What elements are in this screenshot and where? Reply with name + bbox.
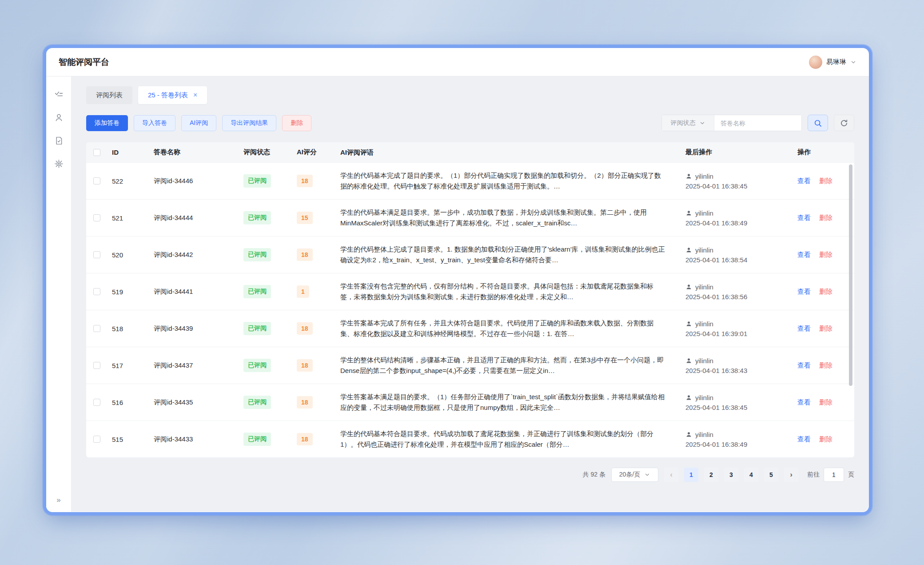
delete-link[interactable]: 删除 xyxy=(819,177,832,185)
row-last-operation: yilinlin 2025-04-01 16:38:56 xyxy=(685,283,797,301)
view-link[interactable]: 查看 xyxy=(797,325,811,333)
table-header: ID 答卷名称 评阅状态 AI评分 AI评阅评语 最后操作 操作 xyxy=(86,142,854,162)
person-icon xyxy=(685,247,692,253)
view-link[interactable]: 查看 xyxy=(797,398,811,407)
main-content: 评阅列表 25 - 答卷列表 × 添加答卷 导入答卷 AI评阅 导出评阅结果 删… xyxy=(72,76,869,512)
sidebar-item-papers[interactable] xyxy=(54,136,64,145)
row-checkbox[interactable] xyxy=(93,214,100,221)
row-timestamp: 2025-04-01 16:38:45 xyxy=(685,404,793,411)
table-row: 515 评阅id-34433 已评阅 18 学生的代码基本符合题目要求。代码成功… xyxy=(86,421,854,457)
view-link[interactable]: 查看 xyxy=(797,435,811,444)
view-link[interactable]: 查看 xyxy=(797,251,811,259)
row-checkbox[interactable] xyxy=(93,325,100,332)
delete-link[interactable]: 删除 xyxy=(819,361,832,370)
goto-unit: 页 xyxy=(848,471,854,479)
table-row: 520 评阅id-34442 已评阅 18 学生的代码整体上完成了题目要求。1.… xyxy=(86,236,854,273)
row-checkbox[interactable] xyxy=(93,362,100,369)
table-scrollbar[interactable] xyxy=(849,164,852,386)
status-badge: 已评阅 xyxy=(243,396,271,409)
score-badge: 15 xyxy=(297,212,313,224)
table-row: 521 评阅id-34444 已评阅 15 学生的代码基本满足题目要求。第一步中… xyxy=(86,199,854,236)
window-header: 智能评阅平台 易琳琳 xyxy=(46,48,869,76)
select-all-checkbox[interactable] xyxy=(93,149,100,156)
delete-link[interactable]: 删除 xyxy=(819,398,832,407)
row-checkbox[interactable] xyxy=(93,436,100,443)
row-operator: yilinlin xyxy=(695,172,713,180)
row-operator: yilinlin xyxy=(695,431,713,438)
chevron-down-icon xyxy=(699,120,705,126)
person-icon xyxy=(685,357,692,364)
row-id: 522 xyxy=(112,177,154,185)
row-name: 评阅id-34444 xyxy=(154,214,243,222)
sidebar-item-settings[interactable] xyxy=(54,159,64,168)
row-checkbox-cell xyxy=(86,399,112,406)
delete-link[interactable]: 删除 xyxy=(819,288,832,296)
column-header-lastop: 最后操作 xyxy=(685,148,797,156)
row-score-cell: 18 xyxy=(297,175,340,187)
row-status-cell: 已评阅 xyxy=(243,248,297,261)
ai-review-button[interactable]: AI评阅 xyxy=(181,115,216,131)
row-timestamp: 2025-04-01 16:38:43 xyxy=(685,367,793,374)
row-status-cell: 已评阅 xyxy=(243,174,297,188)
view-link[interactable]: 查看 xyxy=(797,177,811,185)
page-size-select[interactable]: 20条/页 xyxy=(611,468,658,482)
table-row: 519 评阅id-34441 已评阅 1 学生答案没有包含完整的代码，仅有部分结… xyxy=(86,273,854,310)
row-operator: yilinlin xyxy=(695,246,713,254)
row-actions: 查看 删除 xyxy=(797,177,854,185)
row-comment: 学生的整体代码结构清晰，步骤基本正确，并且适用了正确的库和方法。然而，在第3步中… xyxy=(340,355,685,376)
row-actions: 查看 删除 xyxy=(797,325,854,333)
row-comment: 学生的代码整体上完成了题目要求。1. 数据集的加载和划分正确使用了'sklear… xyxy=(340,244,685,265)
page-button-1[interactable]: 1 xyxy=(684,468,698,482)
status-badge: 已评阅 xyxy=(243,285,271,298)
page-button-5[interactable]: 5 xyxy=(764,468,778,482)
close-icon[interactable]: × xyxy=(193,92,197,99)
add-answer-button[interactable]: 添加答卷 xyxy=(86,115,128,131)
delete-button[interactable]: 删除 xyxy=(282,115,311,131)
row-id: 519 xyxy=(112,288,154,296)
next-page-button[interactable]: › xyxy=(784,468,798,482)
row-last-operation: yilinlin 2025-04-01 16:38:54 xyxy=(685,246,797,264)
score-badge: 18 xyxy=(297,175,313,187)
row-checkbox[interactable] xyxy=(93,399,100,406)
row-checkbox[interactable] xyxy=(93,251,100,258)
search-button[interactable] xyxy=(808,115,828,131)
sidebar-item-users[interactable] xyxy=(54,113,64,122)
tab-label: 评阅列表 xyxy=(96,91,123,100)
view-link[interactable]: 查看 xyxy=(797,361,811,370)
delete-link[interactable]: 删除 xyxy=(819,435,832,444)
view-link[interactable]: 查看 xyxy=(797,288,811,296)
delete-link[interactable]: 删除 xyxy=(819,325,832,333)
row-comment: 学生的代码基本完成了题目的要求。（1）部分代码正确实现了数据集的加载和切分。（2… xyxy=(340,170,685,192)
user-avatar xyxy=(809,56,822,69)
view-link[interactable]: 查看 xyxy=(797,214,811,222)
sidebar-item-review-tasks[interactable] xyxy=(54,90,64,99)
row-comment: 学生答案没有包含完整的代码，仅有部分结构，不符合题目要求。具体问题包括：未加载鸢… xyxy=(340,281,685,302)
row-timestamp: 2025-04-01 16:38:45 xyxy=(685,182,793,190)
prev-page-button[interactable]: ‹ xyxy=(664,468,678,482)
user-menu[interactable]: 易琳琳 xyxy=(809,56,856,69)
person-icon xyxy=(685,394,692,401)
import-answer-button[interactable]: 导入答卷 xyxy=(134,115,175,131)
status-badge: 已评阅 xyxy=(243,359,271,372)
delete-link[interactable]: 删除 xyxy=(819,214,832,222)
row-name: 评阅id-34446 xyxy=(154,177,243,185)
row-actions: 查看 删除 xyxy=(797,251,854,259)
row-id: 518 xyxy=(112,325,154,333)
page-button-4[interactable]: 4 xyxy=(744,468,758,482)
goto-page-input[interactable] xyxy=(824,468,844,482)
row-checkbox[interactable] xyxy=(93,177,100,184)
tab-review-list[interactable]: 评阅列表 xyxy=(86,86,132,104)
review-status-select[interactable]: 评阅状态 xyxy=(662,115,714,131)
answer-name-input[interactable] xyxy=(714,115,801,131)
row-last-operation: yilinlin 2025-04-01 16:38:45 xyxy=(685,172,797,190)
page-button-3[interactable]: 3 xyxy=(724,468,738,482)
tab-answer-sheet-list[interactable]: 25 - 答卷列表 × xyxy=(138,86,207,104)
export-results-button[interactable]: 导出评阅结果 xyxy=(222,115,276,131)
row-checkbox[interactable] xyxy=(93,288,100,295)
sidebar-collapse-icon[interactable]: » xyxy=(56,496,60,505)
page-button-2[interactable]: 2 xyxy=(704,468,718,482)
row-checkbox-cell xyxy=(86,177,112,184)
refresh-button[interactable] xyxy=(834,115,854,131)
table-row: 517 评阅id-34437 已评阅 18 学生的整体代码结构清晰，步骤基本正确… xyxy=(86,347,854,384)
delete-link[interactable]: 删除 xyxy=(819,251,832,259)
